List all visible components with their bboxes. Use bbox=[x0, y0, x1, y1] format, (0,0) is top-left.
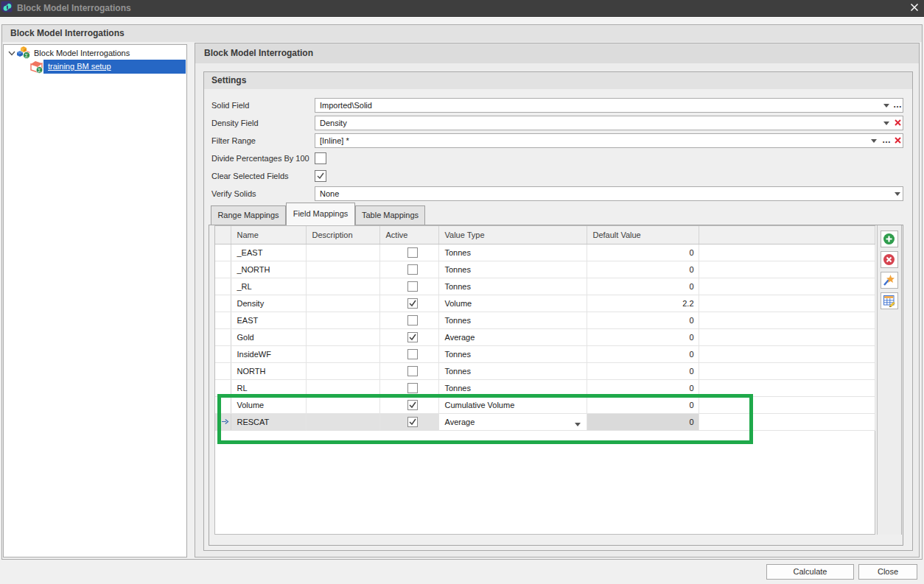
svg-text:Σ: Σ bbox=[38, 68, 41, 73]
svg-text:Σ: Σ bbox=[25, 53, 29, 58]
